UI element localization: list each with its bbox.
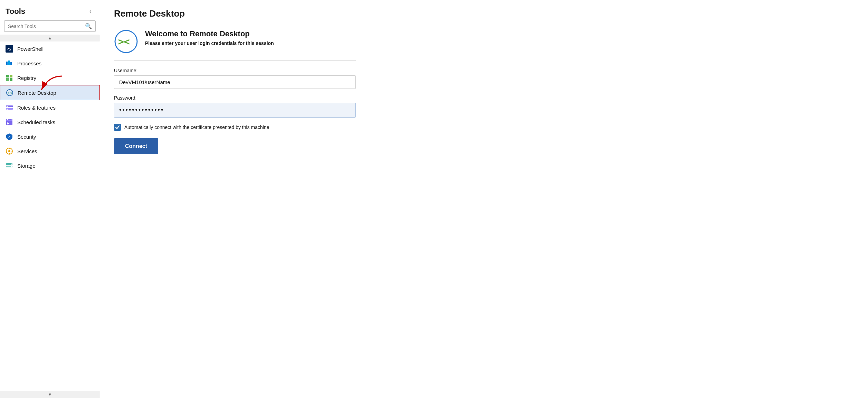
search-box: 🔍 [4, 20, 96, 32]
search-input[interactable] [8, 24, 85, 29]
sidebar-list: PS PowerShell Processes [0, 41, 100, 391]
username-label: Username: [114, 68, 356, 73]
svg-rect-6 [10, 75, 12, 77]
connect-button[interactable]: Connect [114, 138, 158, 154]
svg-rect-8 [10, 78, 12, 81]
sidebar-item-storage[interactable]: Storage [0, 158, 100, 173]
password-input[interactable] [114, 103, 356, 118]
auto-connect-label: Automatically connect with the certifica… [124, 124, 269, 130]
storage-icon [6, 162, 13, 169]
sidebar-item-remote-desktop-label: Remote Desktop [18, 90, 56, 96]
svg-point-29 [11, 164, 12, 165]
sidebar-item-roles-features-label: Roles & features [17, 105, 56, 111]
search-icon: 🔍 [85, 23, 92, 29]
registry-icon [6, 74, 13, 82]
services-icon [6, 147, 13, 155]
scroll-down-button[interactable]: ▼ [0, 391, 100, 398]
rdp-logo-icon: >< [114, 29, 138, 54]
svg-text:✓: ✓ [8, 135, 11, 139]
sidebar-item-storage-label: Storage [17, 163, 36, 169]
sidebar-item-security[interactable]: ✓ Security [0, 129, 100, 144]
svg-point-30 [11, 166, 12, 167]
scroll-up-button[interactable]: ▲ [0, 35, 100, 41]
sidebar-item-services[interactable]: Services [0, 144, 100, 158]
svg-point-22 [8, 150, 10, 152]
sidebar-item-registry[interactable]: Registry [0, 71, 100, 85]
security-icon: ✓ [6, 133, 13, 140]
scheduled-tasks-icon: ▶ [6, 118, 13, 126]
svg-rect-5 [6, 75, 9, 77]
welcome-sub: Please enter your user login credentials… [145, 40, 274, 46]
svg-text:><: >< [118, 36, 130, 47]
username-group: Username: [114, 68, 356, 89]
svg-rect-3 [8, 61, 10, 65]
svg-rect-16 [6, 120, 12, 121]
username-input[interactable] [114, 75, 356, 89]
password-label: Password: [114, 95, 356, 101]
svg-rect-13 [7, 106, 8, 107]
sidebar-item-services-label: Services [17, 148, 37, 154]
powershell-icon: PS [6, 45, 13, 53]
sidebar-item-security-label: Security [17, 134, 36, 140]
sidebar-item-powershell-label: PowerShell [17, 46, 44, 52]
sidebar: Tools ‹ 🔍 ▲ PS PowerShell [0, 0, 100, 398]
svg-text:▶: ▶ [7, 122, 10, 125]
svg-rect-2 [6, 62, 8, 65]
sidebar-item-roles-features[interactable]: Roles & features [0, 100, 100, 115]
collapse-button[interactable]: ‹ [87, 6, 94, 16]
welcome-section: >< Welcome to Remote Desktop Please ente… [114, 29, 356, 54]
sidebar-title: Tools [6, 7, 25, 16]
auto-connect-checkbox[interactable] [114, 124, 121, 131]
sidebar-item-remote-desktop[interactable]: >< Remote Desktop [0, 85, 100, 100]
sidebar-item-scheduled-tasks-label: Scheduled tasks [17, 119, 55, 125]
sidebar-header: Tools ‹ [0, 0, 100, 20]
svg-rect-4 [10, 62, 12, 65]
main-content: Remote Desktop >< Welcome to Remote Desk… [100, 0, 868, 398]
form-container: >< Welcome to Remote Desktop Please ente… [114, 29, 356, 154]
sidebar-item-processes-label: Processes [17, 61, 41, 66]
processes-icon [6, 59, 13, 67]
roles-features-icon [6, 104, 13, 111]
svg-text:PS: PS [7, 47, 11, 52]
svg-text:><: >< [8, 91, 12, 95]
welcome-heading: Welcome to Remote Desktop [145, 29, 274, 38]
welcome-text: Welcome to Remote Desktop Please enter y… [145, 29, 274, 46]
divider [114, 61, 356, 61]
sidebar-item-processes[interactable]: Processes [0, 56, 100, 71]
sidebar-item-powershell[interactable]: PS PowerShell [0, 41, 100, 56]
password-group: Password: [114, 95, 356, 118]
page-title: Remote Desktop [114, 8, 854, 19]
remote-desktop-icon: >< [6, 89, 13, 96]
sidebar-item-scheduled-tasks[interactable]: ▶ Scheduled tasks [0, 115, 100, 129]
checkbox-group: Automatically connect with the certifica… [114, 124, 356, 131]
sidebar-item-registry-label: Registry [17, 75, 36, 81]
svg-rect-7 [6, 78, 9, 81]
svg-rect-14 [7, 109, 8, 110]
